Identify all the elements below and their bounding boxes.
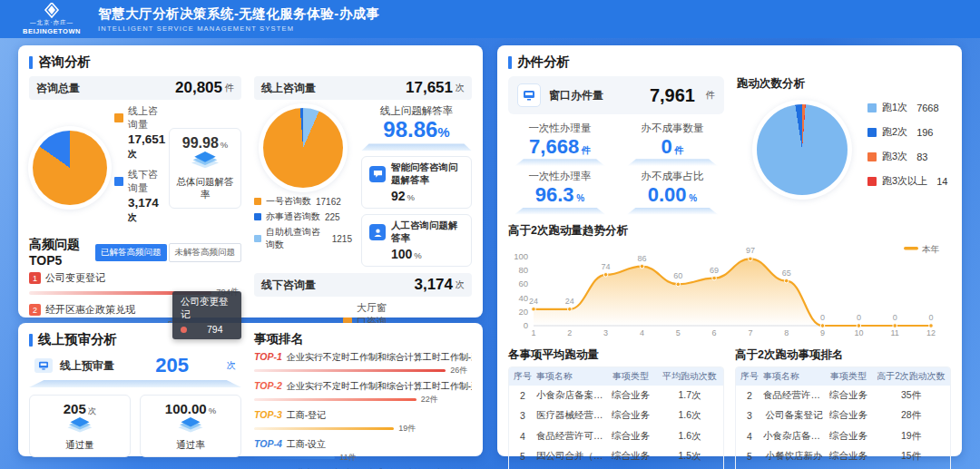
ranking-item-count: 26件 (450, 365, 467, 376)
ranking-item-count: 11件 (339, 452, 356, 464)
offline-consult-label: 线下咨询量 (261, 278, 414, 293)
ranking-title: 事项排名 (254, 331, 472, 347)
svg-text:3: 3 (603, 328, 608, 337)
legend-swatch (867, 128, 877, 137)
pass-rate-card: 100.00% 通过率 (140, 395, 241, 457)
legend-swatch (254, 198, 261, 205)
table-header-cell: 平均跑动次数 (656, 370, 723, 383)
run-count-legend[interactable]: 跑1次7668跑2次196跑3次83跑3次以上14 (867, 101, 947, 199)
logo: —北京·亦庄— BEIJINGETOWN (18, 3, 85, 35)
table-header: 序号事项名称事项类型高于2次跑动次数 (736, 367, 950, 386)
table-row: 2小食杂店备案新办综合业务1.7次 (509, 386, 723, 405)
online-consult-legend[interactable]: 一号咨询数17162亦事通咨询数225自助机查询咨询数1215 (254, 195, 352, 251)
manual-answer-rate-value: 100 (391, 247, 412, 261)
ranking-rank-tag: TOP-3 (254, 409, 282, 420)
stat-block: 办不成事数量0 件 (621, 122, 724, 166)
table-row: 2食品经营许可新办综合业务35件 (736, 386, 950, 405)
legend-value: 3,174 次 (128, 196, 162, 224)
legend-label: 跑2次 (882, 125, 907, 139)
trend-title: 高于2次跑动量趋势分析 (508, 223, 951, 239)
pass-count-label: 通过量 (34, 439, 126, 452)
consult-total-value: 20,805 (175, 79, 222, 97)
faq-tab-answered[interactable]: 已解答高频问题 (95, 244, 167, 261)
ranking-rank-tag: TOP-4 (254, 438, 282, 449)
table-cell: 小餐饮店新办 (763, 450, 825, 463)
run-pie-title: 跑动次数分析 (737, 76, 951, 92)
stat-block: 一次性办理率96.3 % (508, 170, 612, 214)
over2-run-table-title: 高于2次跑动事项排名 (735, 347, 951, 363)
svg-text:24: 24 (565, 296, 574, 305)
table-cell: 1.6次 (656, 430, 723, 443)
table-cell: 19件 (872, 430, 950, 443)
legend-value: 196 (916, 127, 933, 138)
consult-total-legend[interactable]: 线上咨询量17,651 次线下咨询量3,174 次 (114, 104, 162, 231)
svg-text:本年: 本年 (922, 244, 940, 254)
handling-panel: 办件分析 窗口办件量 7,961 件 一次性办理量7,668 件办不成事数量0 … (497, 45, 962, 456)
tooltip-title: 公司变更登记 (181, 296, 233, 321)
offline-consult-strip: 线下咨询量 3,174 次 (254, 273, 472, 297)
table-cell: 1.6次 (656, 409, 723, 422)
table-cell: 3 (736, 410, 763, 421)
line-chart-svg[interactable]: 0204060801002412427438646056969776580901… (508, 242, 946, 338)
svg-text:69: 69 (710, 265, 719, 274)
pass-count-value: 205 (64, 401, 86, 416)
online-rate-value: 98.86 (383, 117, 437, 142)
total-rate-value: 99.98 (182, 135, 219, 151)
run-count-pie-chart[interactable] (757, 104, 848, 195)
legend-value: 17,651 次 (128, 132, 162, 161)
run-trend-line-chart[interactable]: 0204060801002412427438646056969776580901… (508, 242, 951, 342)
stat-unit: % (687, 193, 698, 203)
legend-label: 跑1次 (882, 101, 907, 114)
faq-tab-unanswered[interactable]: 未解答高频问题 (169, 243, 242, 262)
legend-swatch (254, 235, 261, 242)
legend-swatch (114, 113, 123, 122)
svg-text:0: 0 (524, 320, 528, 330)
stat-label: 办不成事占比 (621, 170, 724, 183)
table-cell: 3 (509, 410, 536, 421)
app-subtitle: INTELLIGENT SERVICE MANAGEMENT SYSTEM (98, 24, 380, 33)
table-cell: 4 (736, 431, 763, 442)
ranking-item: TOP-2企业实行不定时工作制和综合计算工时工作制-延续22件 (254, 380, 472, 405)
table-cell: 5 (509, 451, 536, 462)
svg-text:6: 6 (712, 328, 717, 337)
stat-value: 7,668 件 (508, 135, 612, 158)
legend-value: 14 (936, 176, 947, 187)
table-cell: 小食杂店备案新办 (763, 430, 825, 443)
table-body: 2小食杂店备案新办综合业务1.7次3医疗器械经营许...综合业务1.6次4食品经… (509, 386, 723, 469)
svg-text:1: 1 (531, 328, 535, 337)
table-cell: 综合业务 (825, 450, 872, 463)
ai-answer-rate-value: 92 (391, 189, 406, 203)
svg-text:0: 0 (857, 313, 861, 322)
stat-block: 一次性办理量7,668 件 (508, 122, 612, 166)
table-cell: 综合业务 (825, 389, 872, 402)
stat-unit: 件 (579, 145, 591, 155)
tooltip-series-dot (181, 327, 187, 333)
table-header-cell: 事项类型 (605, 370, 656, 383)
stack-icon (190, 151, 220, 170)
ranking-rank-tag: TOP-2 (254, 380, 282, 391)
ai-answer-rate-card: 智能问答咨询问题解答率 92% (361, 156, 472, 209)
consult-total-pie-chart[interactable] (33, 131, 107, 205)
pedestal-shape (361, 143, 472, 151)
window-icon (517, 83, 541, 107)
svg-text:0: 0 (928, 313, 933, 322)
legend-item: 跑1次7668 (867, 101, 947, 114)
title-accent-bar (29, 56, 33, 69)
table-cell: 综合业务 (605, 450, 656, 463)
online-consult-pie-chart[interactable] (263, 108, 343, 188)
tooltip-value: 794 (207, 324, 223, 335)
table-cell: 1.5次 (656, 450, 723, 463)
legend-value: 83 (916, 151, 927, 162)
ranking-rank-tag: TOP-1 (254, 351, 282, 362)
table-cell: 因公司合并（分... (536, 450, 605, 463)
table-cell: 35件 (872, 389, 950, 402)
ranking-item-label: 企业实行不定时工作制和综合计算工时工作制-新办 (287, 351, 472, 364)
faq-item-label: 公司变更登记 (45, 271, 105, 285)
ranking-item: TOP-1企业实行不定时工作制和综合计算工时工作制-新办26件 (254, 351, 472, 376)
pass-count-card: 205次 通过量 (29, 395, 131, 457)
table-body: 2食品经营许可新办综合业务35件3公司备案登记综合业务28件4小食杂店备案新办综… (736, 386, 950, 469)
svg-text:10: 10 (854, 328, 863, 337)
svg-text:5: 5 (676, 328, 681, 337)
avg-run-table-title: 各事项平均跑动量 (508, 347, 724, 363)
stack-icon (65, 417, 94, 434)
